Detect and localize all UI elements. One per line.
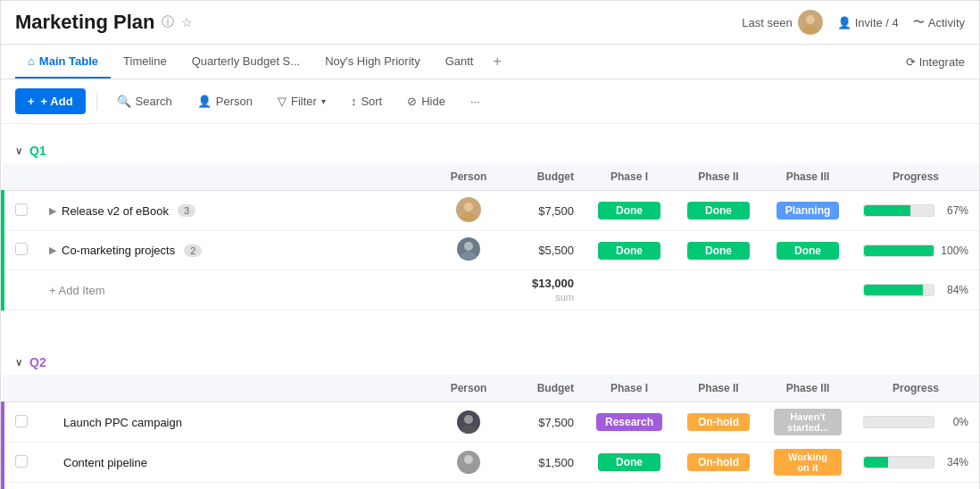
phase-badge: On-hold	[687, 413, 750, 431]
th-q1-person-label: Person	[433, 163, 504, 191]
activity-button[interactable]: 〜 Activity	[913, 14, 965, 30]
row-checkbox[interactable]	[3, 231, 38, 270]
row-budget: $7,500	[504, 191, 585, 231]
group-q1-header[interactable]: ∨ Q1	[1, 138, 979, 163]
phase-badge: Haven't started...	[774, 409, 842, 435]
th-q2-phase1: Phase I	[585, 375, 674, 402]
progress-bar-inner	[864, 245, 934, 256]
table-area: ∨ Q1 Person Budget Phase I Phase II Phas…	[1, 124, 979, 489]
row-phase1: Done	[585, 443, 674, 483]
add-item-phase2	[674, 270, 763, 311]
person-icon: 👤	[837, 16, 851, 29]
tab-quarterly-budget[interactable]: Quarterly Budget S...	[179, 46, 312, 79]
integrate-button[interactable]: ⟳ Integrate	[906, 46, 965, 78]
th-q1-progress: Progress	[852, 163, 979, 191]
tabs: ⌂ Main Table Timeline Quarterly Budget S…	[1, 45, 979, 79]
row-count: 2	[184, 244, 202, 257]
add-item-phase3	[763, 270, 852, 311]
sum-label: sum	[555, 292, 574, 303]
row-phase1: Done	[585, 231, 674, 270]
last-seen-label: Last seen	[742, 16, 792, 29]
svg-point-1	[803, 25, 818, 34]
hide-button[interactable]: ⊘ Hide	[398, 89, 454, 113]
q1-column-headers: Person Budget Phase I Phase II Phase III…	[3, 163, 979, 191]
svg-point-0	[806, 15, 815, 24]
row-phase1: Done	[585, 191, 674, 231]
add-button[interactable]: + + Add	[15, 88, 86, 114]
header-right: Last seen 👤 Invite / 4 〜 Activity	[742, 10, 965, 35]
add-item-sum: $9,000 sum	[504, 483, 585, 490]
svg-point-5	[461, 252, 476, 261]
row-add-cell: ⊕	[397, 443, 433, 483]
group-q2: ∨ Q2 Person Budget Phase I Phase II Phas…	[1, 350, 979, 489]
filter-chevron-icon: ▾	[321, 96, 326, 106]
toolbar: + + Add 🔍 Search 👤 Person ▽ Filter ▾ ↕ S…	[1, 79, 979, 124]
row-checkbox[interactable]	[3, 191, 38, 231]
star-icon[interactable]: ☆	[181, 15, 193, 29]
row-label: Launch PPC campaign	[49, 416, 182, 429]
row-name-cell: Content pipeline	[38, 443, 397, 483]
tab-timeline[interactable]: Timeline	[111, 46, 179, 79]
tab-gantt[interactable]: Gantt	[433, 46, 486, 79]
row-progress: 67%	[852, 191, 979, 231]
add-item-link[interactable]: + Add Item	[49, 284, 105, 297]
row-expand-icon[interactable]: ▶	[49, 205, 56, 217]
progress-bar-outer	[863, 456, 934, 468]
search-button[interactable]: 🔍 Search	[108, 89, 181, 113]
activity-icon: 〜	[913, 14, 925, 30]
tab-main-table[interactable]: ⌂ Main Table	[15, 46, 111, 79]
row-budget: $7,500	[504, 402, 585, 443]
add-item-cell: + Add Item	[38, 483, 504, 490]
th-check	[3, 375, 38, 402]
avatar-q2r2	[457, 451, 480, 474]
add-item-check	[3, 270, 38, 311]
phase-badge: On-hold	[687, 453, 750, 471]
th-q1-phase2: Phase II	[674, 163, 763, 191]
progress-bar-inner	[864, 205, 910, 216]
avatar-row2	[457, 237, 480, 261]
row-progress: 100%	[852, 231, 979, 270]
group-q1-toggle[interactable]: ∨	[15, 145, 22, 157]
progress-pct: 84%	[940, 284, 968, 296]
row-add-cell: ⊕	[397, 191, 433, 231]
group-q2-toggle[interactable]: ∨	[15, 357, 22, 369]
th-q2-progress: Progress	[852, 375, 979, 402]
th-q1-person	[397, 163, 433, 191]
table-row: Content pipeline ⊕ $1,500 Done On-hold	[3, 443, 979, 483]
person-filter-button[interactable]: 👤 Person	[188, 89, 262, 113]
group-q2-header[interactable]: ∨ Q2	[1, 350, 979, 375]
th-name	[38, 375, 397, 402]
table-row: Launch PPC campaign ⊕ $7,500 Research On…	[3, 402, 979, 443]
phase-badge: Done	[598, 202, 660, 220]
invite-button[interactable]: 👤 Invite / 4	[837, 16, 899, 29]
phase-badge: Research	[596, 413, 662, 431]
row-expand-icon[interactable]: ▶	[49, 244, 56, 256]
info-icon[interactable]: ⓘ	[162, 14, 174, 30]
svg-point-8	[464, 455, 473, 464]
group-q1-label: Q1	[29, 144, 46, 158]
add-item-phase2	[674, 483, 763, 490]
row-phase2: On-hold	[674, 443, 763, 483]
table-row: ▶ Release v2 of eBook 3 ⊕ $7,500	[3, 191, 979, 231]
row-add-cell: ⊕	[397, 402, 433, 443]
add-item-check	[3, 483, 38, 490]
th-q2-person: Person	[433, 375, 504, 402]
tab-add[interactable]: +	[486, 45, 508, 79]
progress-pct: 34%	[940, 456, 968, 468]
more-button[interactable]: ···	[461, 89, 489, 113]
svg-point-3	[461, 212, 476, 221]
row-phase3: Done	[763, 231, 852, 270]
person-filter-icon: 👤	[197, 95, 212, 108]
add-item-sum: $13,000 sum	[504, 270, 585, 311]
sort-button[interactable]: ↕ Sort	[342, 89, 391, 113]
th-check	[3, 163, 38, 191]
row-count: 3	[178, 204, 195, 217]
th-q1-phase3: Phase III	[763, 163, 852, 191]
row-person	[433, 443, 504, 483]
row-checkbox[interactable]	[3, 402, 38, 443]
filter-button[interactable]: ▽ Filter ▾	[269, 89, 335, 113]
group-q2-label: Q2	[29, 355, 46, 369]
progress-bar-outer	[863, 416, 934, 428]
tab-noy-priority[interactable]: Noy's High Priority	[312, 46, 433, 79]
row-checkbox[interactable]	[3, 443, 38, 483]
